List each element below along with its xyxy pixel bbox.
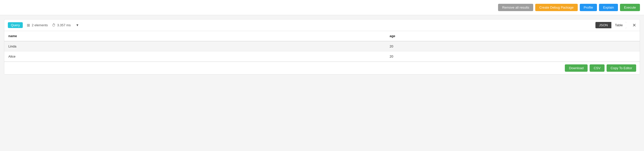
top-toolbar: Remove all results Create Debug Package … <box>0 0 644 15</box>
cell-name: Linda <box>4 41 385 52</box>
table-row: Alice20 <box>4 52 640 62</box>
table-header-row: name age <box>4 31 640 41</box>
create-debug-package-button[interactable]: Create Debug Package <box>535 4 577 11</box>
result-meta: ⊞ 2 elements <box>27 23 48 28</box>
dropdown-arrow-icon[interactable]: ▼ <box>76 23 79 27</box>
cell-age: 20 <box>385 52 640 62</box>
column-header-age: age <box>385 31 640 41</box>
profile-button[interactable]: Profile <box>580 4 597 11</box>
result-header: Query ⊞ 2 elements ⏱ 3.357 ms ▼ JSON Tab… <box>4 19 640 31</box>
explain-button[interactable]: Explain <box>599 4 618 11</box>
table-row: Linda20 <box>4 41 640 52</box>
view-json-button[interactable]: JSON <box>595 22 611 28</box>
view-toggle: JSON Table <box>595 22 626 28</box>
execute-button[interactable]: Execute <box>620 4 640 11</box>
duration-label: 3.357 ms <box>57 23 71 27</box>
remove-all-button[interactable]: Remove all results <box>498 4 533 11</box>
duration-meta: ⏱ 3.357 ms <box>52 23 71 27</box>
cell-age: 20 <box>385 41 640 52</box>
table-icon: ⊞ <box>27 23 30 28</box>
elements-count: 2 elements <box>32 23 48 27</box>
clock-icon: ⏱ <box>52 23 56 27</box>
column-header-name: name <box>4 31 385 41</box>
csv-button[interactable]: CSV <box>590 64 605 72</box>
copy-to-editor-button[interactable]: Copy To Editor <box>607 64 636 72</box>
result-footer: Download CSV Copy To Editor <box>4 62 640 74</box>
result-panel: Query ⊞ 2 elements ⏱ 3.357 ms ▼ JSON Tab… <box>4 19 640 74</box>
data-table: name age Linda20Alice20 <box>4 31 640 62</box>
query-badge[interactable]: Query <box>8 22 23 28</box>
close-result-button[interactable]: ✕ <box>632 23 636 28</box>
cell-name: Alice <box>4 52 385 62</box>
download-button[interactable]: Download <box>565 64 588 72</box>
view-table-button[interactable]: Table <box>611 22 626 28</box>
